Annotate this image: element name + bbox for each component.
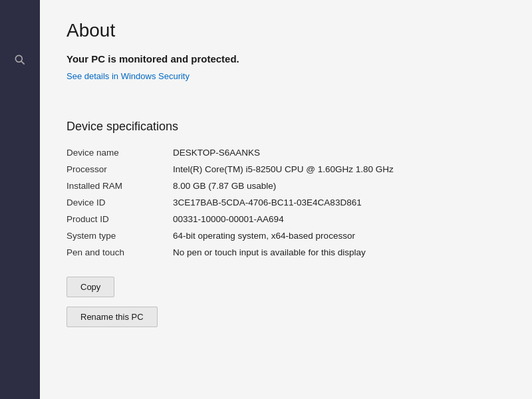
spec-label: Device ID — [66, 194, 173, 211]
spec-label: Processor — [66, 161, 173, 178]
table-row: Device ID3CE17BAB-5CDA-4706-BC11-03E4CA8… — [66, 194, 505, 211]
spec-value: 3CE17BAB-5CDA-4706-BC11-03E4CA83D861 — [173, 194, 505, 211]
spec-label: Product ID — [66, 211, 173, 227]
section-title: Device specifications — [66, 120, 505, 134]
spec-value: DESKTOP-S6AANKS — [173, 144, 505, 161]
copy-button-container: Copy — [66, 277, 505, 307]
table-row: Device nameDESKTOP-S6AANKS — [66, 144, 505, 161]
spec-value: No pen or touch input is available for t… — [173, 244, 505, 261]
rename-button-container: Rename this PC — [66, 307, 505, 336]
table-row: Pen and touchNo pen or touch input is av… — [66, 244, 505, 261]
svg-point-0 — [15, 55, 22, 62]
search-button[interactable] — [7, 47, 33, 73]
protected-notice: Your PC is monitored and protected. — [66, 53, 505, 65]
spec-value: 64-bit operating system, x64-based proce… — [173, 227, 505, 244]
specs-table: Device nameDESKTOP-S6AANKSProcessorIntel… — [66, 144, 505, 261]
main-content: About Your PC is monitored and protected… — [40, 0, 532, 399]
spec-value: 00331-10000-00001-AA694 — [173, 211, 505, 227]
spec-value: Intel(R) Core(TM) i5-8250U CPU @ 1.60GHz… — [173, 161, 505, 178]
sidebar — [0, 0, 40, 399]
spec-value: 8.00 GB (7.87 GB usable) — [173, 178, 505, 194]
spec-label: Pen and touch — [66, 244, 173, 261]
table-row: System type64-bit operating system, x64-… — [66, 227, 505, 244]
copy-button[interactable]: Copy — [66, 277, 114, 297]
spec-label: Device name — [66, 144, 173, 161]
rename-button[interactable]: Rename this PC — [66, 307, 158, 327]
page-title: About — [66, 20, 505, 41]
svg-line-1 — [21, 61, 25, 65]
spec-label: System type — [66, 227, 173, 244]
windows-security-link[interactable]: See details in Windows Security — [66, 71, 190, 81]
spec-label: Installed RAM — [66, 178, 173, 194]
table-row: ProcessorIntel(R) Core(TM) i5-8250U CPU … — [66, 161, 505, 178]
table-row: Installed RAM8.00 GB (7.87 GB usable) — [66, 178, 505, 194]
table-row: Product ID00331-10000-00001-AA694 — [66, 211, 505, 227]
